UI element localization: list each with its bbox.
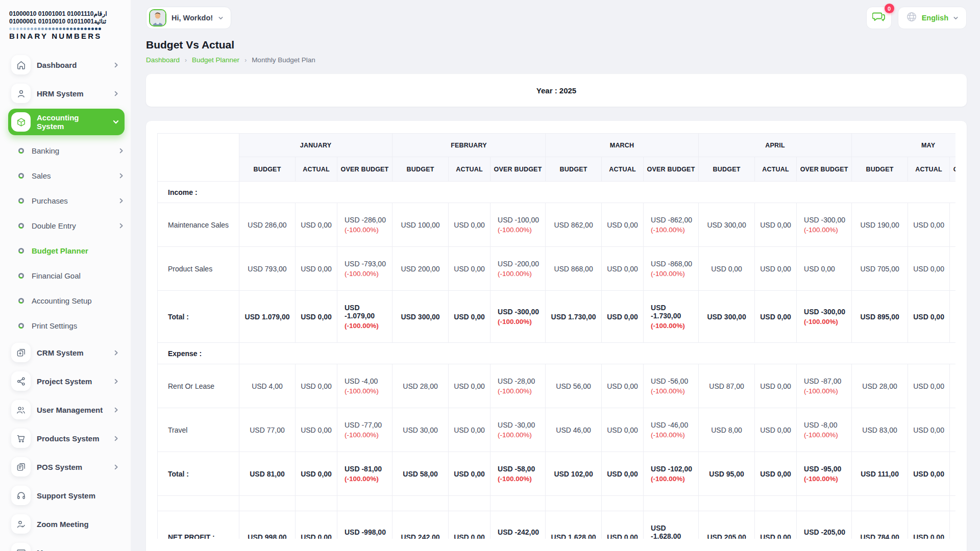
sidebar-subitem-accounting-setup[interactable]: Accounting Setup (15, 288, 125, 313)
home-icon (11, 55, 31, 74)
cell-actual: USD 0,00 (602, 291, 644, 343)
sidebar-subitem-financial-goal[interactable]: Financial Goal (15, 263, 125, 288)
cell-actual: USD 0,00 (908, 364, 950, 408)
cell-over-budget: USD -8,00(-100.00%) (797, 408, 852, 452)
over-budget-value: USD -81,00 (345, 465, 389, 473)
over-budget-value: USD -4,00 (345, 377, 389, 385)
cell-budget: USD 8,00 (699, 408, 755, 452)
user-menu-button[interactable]: Hi, Workdo! (146, 7, 231, 29)
over-budget-percent: (-100.00%) (498, 226, 542, 234)
spacer-cell (644, 496, 699, 511)
spacer-cell (491, 496, 546, 511)
messages-badge: 0 (885, 4, 894, 13)
chevron-right-icon (118, 147, 125, 154)
sidebar-item-pos-system[interactable]: POS System (8, 454, 125, 480)
logo-dot (9, 28, 12, 30)
sidebar-subitem-print-settings[interactable]: Print Settings (15, 313, 125, 338)
col-header-january-actual: ACTUAL (296, 157, 337, 182)
over-budget-value: USD -100,00 (498, 216, 542, 224)
over-budget-value: USD -95,00 (804, 465, 848, 473)
spacer-cell (852, 496, 908, 511)
breadcrumb-budget-planner[interactable]: Budget Planner (192, 56, 239, 64)
cell-budget: USD 200,00 (393, 247, 449, 291)
sidebar-item-user-management[interactable]: User Management (8, 396, 125, 423)
over-budget-value: USD 0,00 (804, 265, 848, 273)
cell-over-budget: USD -200,00(-100.00%) (491, 247, 546, 291)
section-row-income: Income : (158, 182, 956, 203)
cell-budget: USD 895,00 (852, 291, 908, 343)
month-header-january: JANUARY (239, 134, 393, 157)
sidebar-subitem-purchases[interactable]: Purchases (15, 188, 125, 213)
cell-budget: USD 77,00 (239, 408, 296, 452)
pos-icon (11, 457, 31, 477)
cell-budget: USD 81,00 (239, 452, 296, 496)
cell-over-budget: USD -46,00(-100.00%) (644, 408, 699, 452)
row-label: Product Sales (158, 247, 239, 291)
spacer-cell (699, 496, 755, 511)
cell-over-budget: USD -28,00(-100.00%) (491, 364, 546, 408)
brand-name: BINARY NUMBERS (9, 32, 124, 40)
globe-icon (906, 11, 917, 24)
month-header-april: APRIL (699, 134, 852, 157)
spacer-cell (337, 496, 393, 511)
section-label: Expense : (158, 343, 239, 364)
section-filler (239, 182, 956, 203)
cell-actual: USD 0,00 (296, 247, 337, 291)
cell-over-budget: USD -56,00(-100.00%) (644, 364, 699, 408)
sidebar-item-hrm-system[interactable]: HRM System (8, 80, 125, 107)
over-budget-percent: (-100.00%) (498, 270, 542, 278)
cell-over-budget: USD -793,00(-100.00%) (337, 247, 393, 291)
sidebar-item-messenger[interactable]: Messenger (8, 539, 125, 551)
logo-dot (48, 28, 51, 30)
table-row-total: Total :USD 1.079,00USD 0,00USD -1.079,00… (158, 291, 956, 343)
logo-dot (23, 28, 26, 30)
over-budget-percent: (-100.00%) (804, 431, 848, 439)
logo-dot (95, 28, 97, 30)
sidebar-menu: DashboardHRM SystemAccounting SystemBank… (8, 52, 125, 551)
breadcrumb-current: Monthly Budget Plan (252, 56, 315, 64)
sidebar-subitem-double-entry[interactable]: Double Entry (15, 213, 125, 238)
sidebar-item-label: Support System (37, 491, 119, 500)
over-budget-value: USD -286,00 (345, 216, 389, 224)
over-budget-value: USD -1.628,00 (651, 524, 695, 539)
over-budget-percent: (-100.00%) (651, 270, 695, 278)
cell-budget: USD 286,00 (239, 203, 296, 247)
cell-actual: USD 0,00 (449, 408, 491, 452)
sidebar-item-support-system[interactable]: Support System (8, 482, 125, 509)
logo-dot (63, 28, 65, 30)
over-budget-percent: (-100.00%) (345, 322, 389, 330)
sidebar-item-zoom-meeting[interactable]: Zoom Meeting (8, 511, 125, 537)
messages-button[interactable]: 0 (866, 7, 892, 29)
sidebar-subitem-banking[interactable]: Banking (15, 138, 125, 163)
cell-over-budget: USD -111,00(-100.00%) (950, 452, 955, 496)
cell-budget: USD 95,00 (699, 452, 755, 496)
spacer-row (158, 496, 956, 511)
logo-dot (34, 28, 37, 30)
cell-over-budget: USD -1.730,00(-100.00%) (644, 291, 699, 343)
language-selector[interactable]: English (898, 7, 967, 29)
breadcrumb-dashboard[interactable]: Dashboard (146, 56, 180, 64)
year-label: Year : 2025 (536, 86, 576, 95)
sidebar-item-project-system[interactable]: Project System (8, 368, 125, 394)
cell-actual: USD 0,00 (296, 511, 337, 539)
over-budget-percent: (-100.00%) (498, 538, 542, 539)
sidebar-item-products-system[interactable]: Products System (8, 425, 125, 452)
over-budget-value: USD -87,00 (804, 377, 848, 385)
cell-actual: USD 0,00 (908, 247, 950, 291)
chevron-right-icon (118, 197, 125, 204)
col-header-may-budget: BUDGET (852, 157, 908, 182)
table-row-travel: TravelUSD 77,00USD 0,00USD -77,00(-100.0… (158, 408, 956, 452)
spacer-cell (950, 496, 955, 511)
sidebar-subitem-sales[interactable]: Sales (15, 163, 125, 188)
cell-budget: USD 784,00 (852, 511, 908, 539)
sidebar-item-dashboard[interactable]: Dashboard (8, 52, 125, 78)
cell-actual: USD 0,00 (908, 511, 950, 539)
logo-dot (84, 28, 87, 30)
cell-actual: USD 0,00 (449, 203, 491, 247)
spacer-cell (158, 496, 239, 511)
sidebar-item-accounting-system[interactable]: Accounting System (8, 109, 125, 135)
sidebar-subitem-budget-planner[interactable]: Budget Planner (15, 238, 125, 263)
table-scroll-area[interactable]: JANUARYFEBRUARYMARCHAPRILMAYBUDGETACTUAL… (157, 133, 955, 539)
sidebar-item-crm-system[interactable]: CRM System (8, 339, 125, 366)
cell-over-budget: USD -300,00(-100.00%) (491, 291, 546, 343)
